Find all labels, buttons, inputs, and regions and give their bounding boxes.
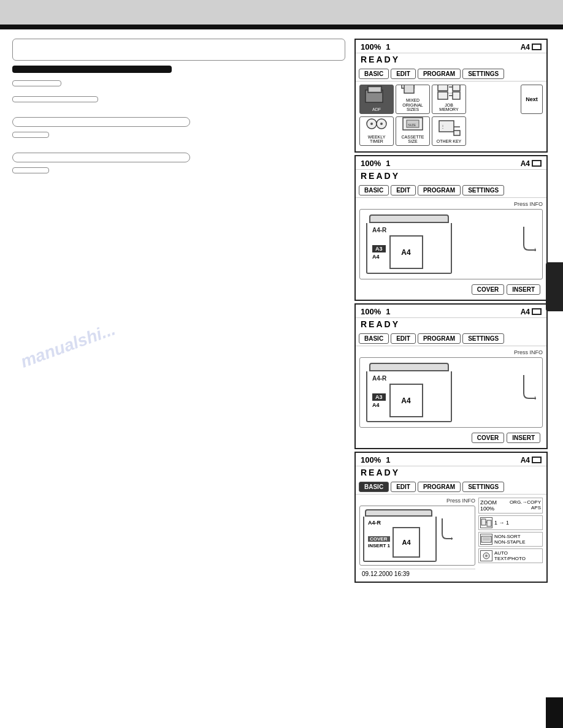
screen2-body: Press INFO A4-R A3 bbox=[356, 198, 546, 300]
tab1-program[interactable]: PROGRAM bbox=[418, 69, 461, 79]
step-btn-2[interactable] bbox=[12, 96, 98, 102]
tab2-basic[interactable]: BASIC bbox=[359, 185, 389, 195]
tab4-basic[interactable]: BASIC bbox=[359, 482, 389, 492]
oval-box-1 bbox=[12, 117, 190, 127]
tab4-program[interactable]: PROGRAM bbox=[418, 482, 461, 492]
screen2-pct: 100% bbox=[361, 159, 381, 168]
screen1-header: 100% 1 A4 bbox=[356, 40, 546, 53]
black-bar bbox=[0, 25, 563, 29]
screen3-tray-a4r: A4-R bbox=[372, 375, 446, 382]
top-description-box bbox=[12, 39, 345, 61]
screen-panel-1: 100% 1 A4 READY BASIC EDIT PROGRAM SETTI… bbox=[354, 39, 548, 153]
tab4-edit[interactable]: EDIT bbox=[391, 482, 416, 492]
svg-rect-6 bbox=[438, 85, 448, 91]
func-cassettesize[interactable]: SIZE CASSETTE SIZE bbox=[396, 116, 430, 146]
cassettesize-label: CASSETTE SIZE bbox=[397, 135, 428, 144]
section-3 bbox=[12, 153, 345, 180]
adf-label: ADF bbox=[372, 107, 381, 112]
screen3-tray-area: A4-R A3 A4 A4 bbox=[359, 357, 543, 428]
screen1-func-row2: WEEKLY TIMER SIZE CASSETTE SIZE bbox=[359, 116, 543, 146]
screen4-quality-row: AUTOTEXT/PHOTO bbox=[478, 548, 543, 563]
func-adf[interactable]: ADF bbox=[359, 85, 394, 114]
weeklytimer-label: WEEKLY TIMER bbox=[361, 135, 392, 144]
func-weeklytimer[interactable]: WEEKLY TIMER bbox=[359, 116, 394, 146]
top-gray-bar bbox=[0, 0, 563, 25]
svg-rect-28 bbox=[487, 520, 491, 526]
jobmem-icon bbox=[437, 85, 461, 102]
screen4-sort-label: NON-SORTNON-STAPLE bbox=[494, 534, 526, 545]
screen2-insert-btn[interactable]: INSERT bbox=[507, 284, 540, 295]
tab3-settings[interactable]: SETTINGS bbox=[462, 333, 504, 344]
screen4-pressinfo: Press INFO bbox=[359, 498, 475, 504]
screen3-header: 100% 1 A4 bbox=[356, 305, 546, 318]
tab3-program[interactable]: PROGRAM bbox=[418, 333, 461, 344]
screen1-tabs: BASIC EDIT PROGRAM SETTINGS bbox=[356, 67, 546, 82]
next-button[interactable]: Next bbox=[521, 85, 543, 114]
screen4-tray-cover: COVER bbox=[368, 536, 390, 542]
paper-icon-3 bbox=[532, 308, 542, 315]
svg-text:⋮: ⋮ bbox=[440, 124, 445, 129]
otherkey-label: OTHER KEY bbox=[437, 139, 461, 144]
screen3-connector bbox=[521, 375, 536, 401]
left-column: manualshi... bbox=[12, 39, 345, 585]
screen4-tray-a4r: A4-R bbox=[368, 520, 432, 526]
screen1-copies: 1 bbox=[386, 42, 390, 51]
adf-icon bbox=[364, 85, 389, 107]
screen4-sort-row: NON-SORTNON-STAPLE bbox=[478, 532, 543, 547]
jobmem-label: JOBMEMORY bbox=[439, 103, 458, 112]
svg-rect-30 bbox=[481, 536, 491, 542]
screen3-size: A4 bbox=[521, 308, 542, 316]
screen3-cover-btn[interactable]: COVER bbox=[472, 433, 505, 443]
svg-rect-12 bbox=[453, 92, 460, 99]
screen1-ready: READY bbox=[356, 53, 546, 67]
screen3-copies: 1 bbox=[386, 307, 390, 316]
svg-point-16 bbox=[380, 123, 383, 125]
tab2-program[interactable]: PROGRAM bbox=[418, 185, 461, 195]
tab1-edit[interactable]: EDIT bbox=[391, 69, 416, 79]
svg-rect-8 bbox=[453, 85, 460, 91]
func-jobmem[interactable]: JOBMEMORY bbox=[432, 85, 466, 114]
tab4-settings[interactable]: SETTINGS bbox=[462, 482, 504, 492]
mixed-icon: MIXED bbox=[400, 85, 425, 97]
svg-rect-2 bbox=[369, 88, 380, 91]
screen1-func-row1: ADF MIXED MIXEDORIGINAL SIZES bbox=[359, 85, 543, 114]
screen4-connector bbox=[440, 518, 453, 541]
tab1-basic[interactable]: BASIC bbox=[359, 69, 389, 79]
screen3-pct: 100% bbox=[361, 307, 381, 316]
tab3-edit[interactable]: EDIT bbox=[391, 333, 416, 344]
otherkey-icon: ⋮ bbox=[437, 119, 461, 138]
screen2-tray-a4: A4 bbox=[372, 254, 386, 260]
screen4-tray-area: A4-R COVER INSERT 1 A4 bbox=[359, 506, 475, 566]
screen-panel-3: 100% 1 A4 READY BASIC EDIT PROGRAM SETTI… bbox=[354, 303, 548, 449]
bottom-black-box bbox=[546, 697, 563, 728]
screen2-bottom-btns: COVER INSERT bbox=[359, 282, 543, 297]
screen4-size: A4 bbox=[521, 456, 542, 464]
svg-point-15 bbox=[370, 123, 373, 125]
screen1-body: ADF MIXED MIXEDORIGINAL SIZES bbox=[356, 82, 546, 151]
step-btn-1[interactable] bbox=[12, 80, 61, 86]
screen4-datetime: 09.12.2000 16:39 bbox=[359, 569, 475, 578]
func-otherkey[interactable]: ⋮ OTHER KEY bbox=[432, 116, 466, 146]
tab1-settings[interactable]: SETTINGS bbox=[462, 69, 504, 79]
small-btn-3[interactable] bbox=[12, 167, 49, 173]
func-mixed[interactable]: MIXED MIXEDORIGINAL SIZES bbox=[396, 85, 430, 114]
screen3-tabs: BASIC EDIT PROGRAM SETTINGS bbox=[356, 332, 546, 346]
tab2-edit[interactable]: EDIT bbox=[391, 185, 416, 195]
cassettesize-icon: SIZE bbox=[400, 116, 425, 134]
tab2-settings[interactable]: SETTINGS bbox=[462, 185, 504, 195]
svg-rect-27 bbox=[481, 519, 486, 525]
screen2-cover-btn[interactable]: COVER bbox=[472, 284, 505, 295]
screen2-tabs: BASIC EDIT PROGRAM SETTINGS bbox=[356, 183, 546, 198]
screen3-pressinfo: Press INFO bbox=[359, 349, 543, 355]
screen4-copies: 1 bbox=[386, 455, 390, 464]
tab3-basic[interactable]: BASIC bbox=[359, 333, 389, 344]
mixed-label: MIXEDORIGINAL SIZES bbox=[397, 98, 428, 112]
small-btn-2[interactable] bbox=[12, 132, 49, 138]
screen1-pct: 100% bbox=[361, 42, 381, 51]
screen3-bottom-btns: COVER INSERT bbox=[359, 431, 543, 445]
screen2-size: A4 bbox=[521, 159, 542, 168]
sidebar-tab bbox=[546, 262, 563, 311]
screen3-insert-btn[interactable]: INSERT bbox=[507, 433, 540, 443]
section-header bbox=[12, 66, 172, 73]
screen2-copies: 1 bbox=[386, 159, 390, 168]
